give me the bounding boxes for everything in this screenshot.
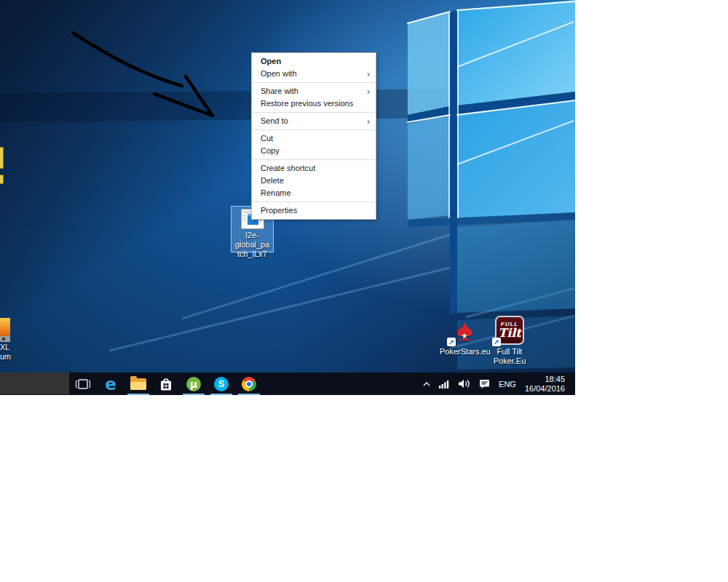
menu-item-properties[interactable]: Properties [252,204,376,217]
skype-icon: S [214,377,229,391]
tray-language-indicator[interactable]: ENG [496,372,519,395]
skype-button[interactable]: S [207,372,235,395]
utorrent-icon: µ [186,377,201,391]
tray-show-hidden-icons-button[interactable] [420,372,433,395]
store-icon [159,376,173,392]
shortcut-arrow-icon: ↗ [492,338,501,346]
file-explorer-icon [130,378,146,390]
menu-item-restore-previous-versions[interactable]: Restore previous versions [252,97,376,110]
tray-network-button[interactable] [436,372,452,395]
desktop-icon-fulltilt[interactable]: FULL Tilt ↗ Full Tilt Poker.Eu [485,314,534,366]
tray-date: 16/04/2016 [525,384,565,394]
tray-volume-button[interactable] [455,372,473,395]
menu-item-create-shortcut[interactable]: Create shortcut [252,162,376,175]
edge-button[interactable]: e [97,372,124,395]
utorrent-button[interactable]: µ [180,372,207,395]
screenshot-canvas: XL um l2e-global_pa tch_lLx7 [0,0,728,582]
menu-item-open[interactable]: Open [252,55,376,68]
menu-item-copy[interactable]: Copy [252,145,376,157]
menu-item-delete[interactable]: Delete [252,175,376,187]
menu-separator [253,129,375,130]
submenu-chevron-icon: › [367,68,370,81]
submenu-chevron-icon: › [367,86,370,98]
file-explorer-button[interactable] [124,372,152,395]
desktop-icon-xl-cut-off[interactable]: XL um [0,318,22,362]
selected-file-name: l2e-global_pa tch_lLx7 [232,231,273,259]
taskbar-icons: e [69,372,263,395]
network-signal-icon [439,380,449,388]
menu-item-open-with[interactable]: Open with› [252,68,376,80]
icon-label: XL um [0,343,22,362]
menu-item-cut[interactable]: Cut [252,132,376,145]
menu-separator [253,159,375,160]
edge-icon: e [105,375,116,393]
orange-file-icon [0,318,10,343]
submenu-chevron-icon: › [367,116,370,128]
cut-off-desktop-icon[interactable] [0,147,4,169]
page-background [575,0,728,582]
tray-clock[interactable]: 18:45 16/04/2016 [522,375,571,394]
menu-separator [253,112,375,113]
tray-action-center-button[interactable] [476,372,493,395]
chrome-icon [242,377,256,391]
windows-desktop: XL um l2e-global_pa tch_lLx7 [0,0,575,395]
menu-item-share-with[interactable]: Share with› [252,85,376,97]
cut-off-desktop-icon[interactable] [0,175,4,184]
taskbar-covered-start-area [0,372,69,394]
task-view-icon [75,378,91,390]
speaker-icon [458,379,470,388]
tray-time: 18:45 [525,375,565,384]
system-tray: ENG 18:45 16/04/2016 [420,372,575,395]
notification-icon [479,378,490,389]
pokerstars-spade-icon: ♠★ [456,314,472,346]
menu-separator [253,82,375,83]
task-view-button[interactable] [69,372,97,395]
context-menu: Open Open with› Share with› Restore prev… [251,52,376,220]
page-background [0,395,575,582]
taskbar: e [0,372,575,395]
menu-item-send-to[interactable]: Send to› [252,115,376,127]
shortcut-arrow-icon: ↗ [447,338,456,346]
icon-label: Full Tilt Poker.Eu [485,347,534,366]
chrome-button[interactable] [235,372,263,395]
desktop-icon-pokerstars[interactable]: ♠★ ↗ PokerStars.eu [440,314,489,356]
store-button[interactable] [152,372,180,395]
chevron-up-icon [423,382,430,386]
menu-item-rename[interactable]: Rename [252,187,376,199]
menu-separator [253,202,375,202]
